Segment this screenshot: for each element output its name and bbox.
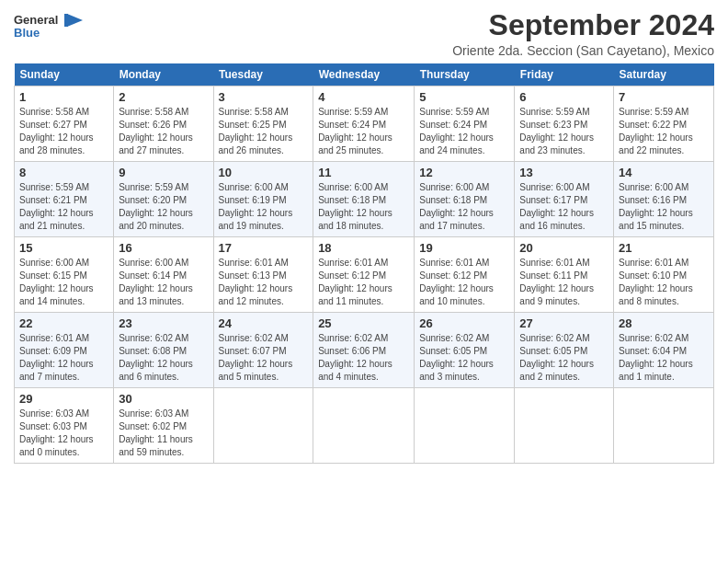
day-info: Sunrise: 6:00 AM Sunset: 6:19 PM Dayligh…: [219, 181, 309, 233]
day-info: Sunrise: 5:59 AM Sunset: 6:24 PM Dayligh…: [318, 106, 409, 157]
day-number: 3: [219, 90, 309, 104]
calendar-day-3: 3Sunrise: 5:58 AM Sunset: 6:25 PM Daylig…: [213, 86, 313, 162]
day-number: 6: [519, 90, 609, 104]
title-area: September 2024 Oriente 2da. Seccion (San…: [87, 9, 714, 58]
day-info: Sunrise: 6:03 AM Sunset: 6:03 PM Dayligh…: [19, 408, 108, 459]
calendar-empty-cell: [313, 388, 415, 464]
calendar-day-20: 20Sunrise: 6:01 AM Sunset: 6:11 PM Dayli…: [515, 237, 614, 313]
day-number: 4: [318, 90, 409, 104]
day-info: Sunrise: 5:58 AM Sunset: 6:25 PM Dayligh…: [219, 106, 309, 157]
day-info: Sunrise: 6:01 AM Sunset: 6:10 PM Dayligh…: [619, 257, 709, 308]
day-info: Sunrise: 5:58 AM Sunset: 6:26 PM Dayligh…: [119, 106, 208, 157]
day-info: Sunrise: 6:01 AM Sunset: 6:09 PM Dayligh…: [19, 332, 108, 384]
day-info: Sunrise: 6:02 AM Sunset: 6:07 PM Dayligh…: [219, 332, 309, 384]
calendar-week-1: 1Sunrise: 5:58 AM Sunset: 6:27 PM Daylig…: [15, 86, 714, 162]
day-number: 14: [619, 166, 709, 179]
calendar-day-28: 28Sunrise: 6:02 AM Sunset: 6:04 PM Dayli…: [614, 313, 714, 388]
calendar-day-22: 22Sunrise: 6:01 AM Sunset: 6:09 PM Dayli…: [15, 313, 114, 388]
day-info: Sunrise: 6:00 AM Sunset: 6:18 PM Dayligh…: [419, 181, 509, 233]
calendar-header-thursday: Thursday: [415, 63, 515, 86]
header: General Blue September 2024 Oriente 2da.…: [14, 9, 714, 58]
day-number: 19: [419, 241, 509, 255]
calendar-day-7: 7Sunrise: 5:59 AM Sunset: 6:22 PM Daylig…: [614, 86, 714, 162]
calendar-day-9: 9Sunrise: 5:59 AM Sunset: 6:20 PM Daylig…: [114, 162, 213, 237]
day-info: Sunrise: 5:58 AM Sunset: 6:27 PM Dayligh…: [19, 106, 108, 157]
day-info: Sunrise: 6:01 AM Sunset: 6:12 PM Dayligh…: [419, 257, 509, 308]
calendar-header-tuesday: Tuesday: [213, 63, 313, 86]
calendar-week-2: 8Sunrise: 5:59 AM Sunset: 6:21 PM Daylig…: [15, 162, 714, 237]
calendar-header-sunday: Sunday: [15, 63, 114, 86]
calendar-day-14: 14Sunrise: 6:00 AM Sunset: 6:16 PM Dayli…: [614, 162, 714, 237]
day-info: Sunrise: 6:00 AM Sunset: 6:16 PM Dayligh…: [619, 181, 709, 233]
day-number: 22: [19, 316, 108, 330]
day-number: 16: [119, 241, 208, 255]
calendar-day-5: 5Sunrise: 5:59 AM Sunset: 6:24 PM Daylig…: [415, 86, 515, 162]
calendar-day-25: 25Sunrise: 6:02 AM Sunset: 6:06 PM Dayli…: [313, 313, 415, 388]
day-info: Sunrise: 6:02 AM Sunset: 6:05 PM Dayligh…: [519, 332, 609, 384]
calendar-header-wednesday: Wednesday: [313, 63, 415, 86]
calendar-day-12: 12Sunrise: 6:00 AM Sunset: 6:18 PM Dayli…: [415, 162, 515, 237]
calendar-header-friday: Friday: [515, 63, 614, 86]
day-number: 10: [219, 166, 309, 179]
calendar-empty-cell: [515, 388, 614, 464]
calendar-day-24: 24Sunrise: 6:02 AM Sunset: 6:07 PM Dayli…: [213, 313, 313, 388]
day-number: 30: [119, 392, 208, 406]
day-info: Sunrise: 6:00 AM Sunset: 6:17 PM Dayligh…: [519, 181, 609, 233]
calendar-header-saturday: Saturday: [614, 63, 714, 86]
day-number: 7: [619, 90, 709, 104]
day-number: 24: [219, 316, 309, 330]
day-number: 17: [219, 241, 309, 255]
day-number: 15: [19, 241, 108, 255]
calendar-day-4: 4Sunrise: 5:59 AM Sunset: 6:24 PM Daylig…: [313, 86, 415, 162]
day-number: 25: [318, 316, 409, 330]
calendar-day-27: 27Sunrise: 6:02 AM Sunset: 6:05 PM Dayli…: [515, 313, 614, 388]
calendar-week-5: 29Sunrise: 6:03 AM Sunset: 6:03 PM Dayli…: [15, 388, 714, 464]
calendar-empty-cell: [415, 388, 515, 464]
calendar-day-16: 16Sunrise: 6:00 AM Sunset: 6:14 PM Dayli…: [114, 237, 213, 313]
calendar-day-13: 13Sunrise: 6:00 AM Sunset: 6:17 PM Dayli…: [515, 162, 614, 237]
day-info: Sunrise: 5:59 AM Sunset: 6:22 PM Dayligh…: [619, 106, 709, 157]
day-info: Sunrise: 6:00 AM Sunset: 6:18 PM Dayligh…: [318, 181, 409, 233]
day-info: Sunrise: 6:01 AM Sunset: 6:13 PM Dayligh…: [219, 257, 309, 308]
calendar-week-4: 22Sunrise: 6:01 AM Sunset: 6:09 PM Dayli…: [15, 313, 714, 388]
calendar-day-17: 17Sunrise: 6:01 AM Sunset: 6:13 PM Dayli…: [213, 237, 313, 313]
calendar: SundayMondayTuesdayWednesdayThursdayFrid…: [14, 63, 714, 464]
calendar-day-2: 2Sunrise: 5:58 AM Sunset: 6:26 PM Daylig…: [114, 86, 213, 162]
day-number: 1: [19, 90, 108, 104]
day-info: Sunrise: 6:03 AM Sunset: 6:02 PM Dayligh…: [119, 408, 208, 459]
day-number: 13: [519, 166, 609, 179]
day-number: 2: [119, 90, 208, 104]
day-number: 9: [119, 166, 208, 179]
calendar-day-11: 11Sunrise: 6:00 AM Sunset: 6:18 PM Dayli…: [313, 162, 415, 237]
day-info: Sunrise: 5:59 AM Sunset: 6:20 PM Dayligh…: [119, 181, 208, 233]
calendar-day-19: 19Sunrise: 6:01 AM Sunset: 6:12 PM Dayli…: [415, 237, 515, 313]
calendar-day-1: 1Sunrise: 5:58 AM Sunset: 6:27 PM Daylig…: [15, 86, 114, 162]
day-number: 29: [19, 392, 108, 406]
day-info: Sunrise: 6:02 AM Sunset: 6:04 PM Dayligh…: [619, 332, 709, 384]
calendar-day-18: 18Sunrise: 6:01 AM Sunset: 6:12 PM Dayli…: [313, 237, 415, 313]
calendar-day-26: 26Sunrise: 6:02 AM Sunset: 6:05 PM Dayli…: [415, 313, 515, 388]
day-info: Sunrise: 6:02 AM Sunset: 6:08 PM Dayligh…: [119, 332, 208, 384]
day-number: 27: [519, 316, 609, 330]
calendar-empty-cell: [614, 388, 714, 464]
day-info: Sunrise: 5:59 AM Sunset: 6:24 PM Dayligh…: [419, 106, 509, 157]
calendar-empty-cell: [213, 388, 313, 464]
day-number: 12: [419, 166, 509, 179]
logo: General Blue: [14, 9, 87, 50]
location-subtitle: Oriente 2da. Seccion (San Cayetano), Mex…: [87, 43, 714, 58]
day-number: 8: [19, 166, 108, 179]
calendar-day-6: 6Sunrise: 5:59 AM Sunset: 6:23 PM Daylig…: [515, 86, 614, 162]
month-title: September 2024: [87, 9, 714, 41]
day-number: 28: [619, 316, 709, 330]
svg-marker-2: [67, 14, 83, 27]
day-number: 18: [318, 241, 409, 255]
calendar-header-row: SundayMondayTuesdayWednesdayThursdayFrid…: [15, 63, 714, 86]
day-info: Sunrise: 5:59 AM Sunset: 6:23 PM Dayligh…: [519, 106, 609, 157]
day-info: Sunrise: 6:00 AM Sunset: 6:14 PM Dayligh…: [119, 257, 208, 308]
day-number: 5: [419, 90, 509, 104]
day-info: Sunrise: 6:01 AM Sunset: 6:11 PM Dayligh…: [519, 257, 609, 308]
calendar-day-30: 30Sunrise: 6:03 AM Sunset: 6:02 PM Dayli…: [114, 388, 213, 464]
svg-text:General: General: [14, 13, 58, 27]
calendar-week-3: 15Sunrise: 6:00 AM Sunset: 6:15 PM Dayli…: [15, 237, 714, 313]
day-info: Sunrise: 6:02 AM Sunset: 6:05 PM Dayligh…: [419, 332, 509, 384]
